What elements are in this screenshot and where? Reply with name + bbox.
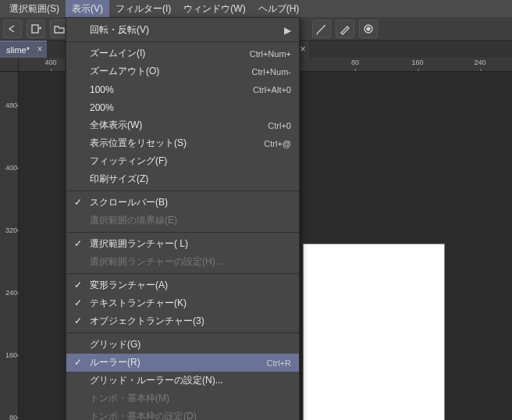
tool-new-icon[interactable] xyxy=(27,20,45,38)
menu-item: 選択範囲の境界線(E) xyxy=(66,212,299,230)
ruler-tick: 320 xyxy=(2,226,17,234)
menu-item-label: グリッド(G) xyxy=(90,338,140,351)
menu-item-shortcut: Ctrl+Num- xyxy=(252,67,291,77)
menu-item-label: テキストランチャー(K) xyxy=(90,297,187,310)
menu-item-label: トンボ・基本枠(M) xyxy=(90,392,169,405)
menu-window[interactable]: ウィンドウ(W) xyxy=(177,0,251,17)
menu-item[interactable]: ✓オブジェクトランチャー(3) xyxy=(66,312,299,330)
menu-item[interactable]: ✓ルーラー(R)Ctrl+R xyxy=(66,354,299,372)
check-icon: ✓ xyxy=(74,297,82,308)
menu-separator xyxy=(66,333,299,333)
menu-item[interactable]: グリッド・ルーラーの設定(N)... xyxy=(66,372,299,390)
menu-separator xyxy=(66,190,299,191)
tool-eye-icon[interactable] xyxy=(359,20,378,38)
menu-item-shortcut: Ctrl+@ xyxy=(264,139,291,148)
menu-view[interactable]: 表示(V) xyxy=(66,0,109,17)
check-icon: ✓ xyxy=(74,197,82,208)
tool-pen-icon[interactable] xyxy=(336,20,354,38)
ruler-tick: 160 xyxy=(411,59,423,66)
tool-brush-icon[interactable] xyxy=(312,20,331,38)
menubar: 選択範囲(S) 表示(V) フィルター(I) ウィンドウ(W) ヘルプ(H) xyxy=(0,0,512,17)
menu-item-label: 選択範囲ランチャーの設定(H)... xyxy=(90,255,223,269)
canvas-page xyxy=(304,244,444,420)
menu-item-shortcut: Ctrl+R xyxy=(267,358,291,368)
menu-item[interactable]: ✓変形ランチャー(A) xyxy=(66,276,299,294)
ruler-corner xyxy=(0,58,19,72)
menu-item-label: 選択範囲の境界線(E) xyxy=(90,214,177,227)
menu-item-label: 全体表示(W) xyxy=(90,119,142,132)
ruler-tick: 400 xyxy=(2,164,17,172)
ruler-tick: 160 xyxy=(2,351,17,359)
check-icon: ✓ xyxy=(74,315,82,326)
menu-item[interactable]: 印刷サイズ(Z) xyxy=(66,170,299,188)
svg-point-2 xyxy=(367,27,370,30)
ruler-tick: 240 xyxy=(474,59,485,66)
menu-separator xyxy=(66,273,299,274)
menu-item[interactable]: 回転・反転(V)▶ xyxy=(66,21,299,39)
menu-item-label: ズームアウト(O) xyxy=(90,65,159,78)
menu-item[interactable]: ✓テキストランチャー(K) xyxy=(66,294,299,312)
menu-item[interactable]: 表示位置をリセット(S)Ctrl+@ xyxy=(66,134,299,152)
check-icon: ✓ xyxy=(74,357,82,368)
menu-item-shortcut: Ctrl+0 xyxy=(268,121,291,130)
menu-item[interactable]: 全体表示(W)Ctrl+0 xyxy=(66,116,299,134)
tool-undo-icon[interactable] xyxy=(3,20,22,38)
menu-item-label: 変形ランチャー(A) xyxy=(90,279,168,292)
menu-item-label: 200% xyxy=(90,102,114,113)
menu-help[interactable]: ヘルプ(H) xyxy=(252,0,306,17)
chevron-right-icon: ▶ xyxy=(284,25,291,36)
menu-item: トンボ・基本枠(M) xyxy=(66,390,299,408)
menu-item-label: トンボ・基本枠の設定(D) xyxy=(90,410,197,420)
menu-item[interactable]: ズームアウト(O)Ctrl+Num- xyxy=(66,62,299,80)
menu-item-label: オブジェクトランチャー(3) xyxy=(90,315,204,328)
menu-item-label: スクロールバー(B) xyxy=(90,196,168,209)
menu-item-shortcut: Ctrl+Alt+0 xyxy=(253,85,291,94)
svg-rect-0 xyxy=(32,25,38,33)
menu-item-label: ルーラー(R) xyxy=(90,356,140,369)
menu-item[interactable]: ✓スクロールバー(B) xyxy=(66,194,299,212)
menu-item[interactable]: フィッティング(F) xyxy=(66,152,299,170)
ruler-vertical: 480400320240160800 xyxy=(0,72,19,420)
menu-item-label: 100% xyxy=(90,84,114,95)
menu-item[interactable]: グリッド(G) xyxy=(66,336,299,354)
ruler-tick: 480 xyxy=(2,101,17,109)
close-icon[interactable]: × xyxy=(34,44,45,55)
menu-separator xyxy=(66,232,299,233)
menu-item[interactable]: ✓選択範囲ランチャー( L) xyxy=(66,235,299,253)
ruler-tick: 80 xyxy=(351,59,359,66)
menu-item-label: 回転・反転(V) xyxy=(90,23,149,37)
menu-item-label: フィッティング(F) xyxy=(90,155,167,168)
menu-item: 選択範囲ランチャーの設定(H)... xyxy=(66,253,299,271)
menu-item-label: 選択範囲ランチャー( L) xyxy=(90,237,188,251)
tab-document[interactable]: slime* × xyxy=(0,41,47,58)
menu-item-label: 表示位置をリセット(S) xyxy=(90,137,187,150)
view-menu-dropdown: 回転・反転(V)▶ズームイン(I)Ctrl+Num+ズームアウト(O)Ctrl+… xyxy=(66,17,300,420)
ruler-tick: 400 xyxy=(44,59,56,66)
menu-item-label: ズームイン(I) xyxy=(90,47,145,60)
menu-item[interactable]: 200% xyxy=(66,98,299,116)
menu-filter[interactable]: フィルター(I) xyxy=(109,0,177,17)
menu-separator xyxy=(66,41,299,42)
menu-item-label: 印刷サイズ(Z) xyxy=(90,173,148,186)
menu-item[interactable]: ズームイン(I)Ctrl+Num+ xyxy=(66,44,299,62)
menu-item-shortcut: Ctrl+Num+ xyxy=(250,49,291,59)
menu-selection[interactable]: 選択範囲(S) xyxy=(3,0,66,17)
check-icon: ✓ xyxy=(74,238,82,249)
menu-item[interactable]: 100%Ctrl+Alt+0 xyxy=(66,80,299,98)
menu-item: トンボ・基本枠の設定(D) xyxy=(66,408,299,420)
tab-title: slime* xyxy=(6,45,30,55)
ruler-tick: 240 xyxy=(2,289,17,297)
menu-item-label: グリッド・ルーラーの設定(N)... xyxy=(90,374,223,387)
ruler-tick: 80 xyxy=(2,414,17,420)
check-icon: ✓ xyxy=(74,279,82,290)
